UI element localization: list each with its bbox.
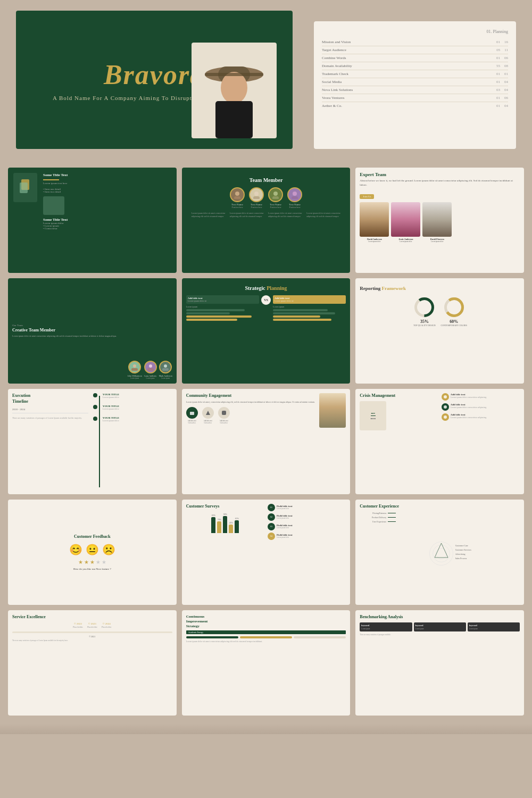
svg-rect-14: [292, 196, 298, 199]
slide-13[interactable]: Service Excellence © 2022 Placeholder © …: [8, 610, 177, 716]
toc-row: Nova Link Solutions 0304: [322, 86, 508, 94]
toc-row: Combine Words 0106: [322, 54, 508, 62]
star-3: ★: [90, 559, 95, 565]
hero-title: Bravora: [104, 59, 205, 90]
hero-section: Bravora A Bold Name For A Company Aiming…: [0, 0, 532, 160]
feedback-question: How do you like our New feature ?: [73, 568, 111, 570]
toc-row: Domain Availability 5508: [322, 62, 508, 70]
slide-3[interactable]: Expert Team Almost before we knew it, we…: [355, 168, 524, 273]
svg-point-17: [149, 364, 152, 368]
svg-point-28: [444, 405, 447, 409]
svg-marker-33: [435, 543, 448, 558]
s1-title: Some Title Text: [43, 173, 171, 177]
slides-grid: Some Title Text Lorem ipsum text here • …: [0, 160, 532, 724]
execution-timeline-title: Execution: [12, 393, 88, 398]
slide-2[interactable]: Team Member Text Name Position here Text…: [182, 168, 351, 273]
toc-row: Veora Ventures 0106: [322, 94, 508, 102]
slide-10[interactable]: Customer Feedback 😊 😐 ☹️ ★ ★ ★ ★ ★ How d…: [8, 500, 177, 605]
hero-photo: [192, 43, 277, 138]
slide-7[interactable]: Execution Timeline 2018 - 2024 There are…: [8, 389, 177, 494]
svg-rect-12: [272, 196, 279, 199]
svg-point-15: [133, 364, 136, 368]
toc-row: Aether & Co. 0104: [322, 102, 508, 110]
planning-label: 01. Planning: [322, 29, 508, 34]
stat1-value: 35%: [412, 319, 436, 324]
stat2-value: 60%: [440, 319, 467, 324]
strategic-planning-title: Strategic: [245, 285, 267, 291]
toc-row: Trademark Check 0101: [322, 70, 508, 78]
svg-rect-18: [147, 368, 154, 371]
customer-surveys-title: Customer Surveys: [186, 504, 264, 509]
svg-point-31: [433, 545, 450, 562]
community-engagement-title: Community Engagement: [186, 393, 317, 398]
svg-rect-10: [253, 196, 260, 199]
svg-point-7: [235, 192, 239, 196]
svg-point-29: [444, 415, 447, 419]
star-4: ★: [96, 559, 101, 565]
smiley-happy: 😊: [69, 543, 82, 556]
slide-8[interactable]: Community Engagement Lorem ipsum dolor s…: [182, 389, 351, 494]
benchmarking-analysis-title: Benchmarking Analysis: [360, 614, 520, 619]
crisis-management-title: Crisis Management: [360, 393, 438, 398]
customer-feedback-title: Customer Feedback: [74, 534, 111, 539]
star-5: ★: [102, 559, 106, 565]
slide-9[interactable]: Crisis Management nov ■ ■ ■ Add title te…: [355, 389, 524, 494]
slide-14[interactable]: Continuous Improvement Strategy Academic…: [182, 610, 351, 716]
toc-row: Target Audience 0511: [322, 46, 508, 54]
svg-rect-3: [215, 101, 253, 138]
svg-rect-4: [205, 73, 263, 76]
svg-point-27: [444, 395, 447, 398]
toc-row: Mission and Vision 0116: [322, 38, 508, 46]
customer-experience-title: Customer Experience: [360, 504, 424, 509]
svg-point-9: [254, 192, 259, 196]
expert-team-title: Expert Team: [360, 172, 520, 177]
svg-rect-16: [131, 368, 138, 371]
creative-team-title: Creative Team Member: [12, 328, 124, 333]
team-member-title: Team Member: [192, 177, 341, 183]
toc-list: Mission and Vision 0116 Target Audience …: [322, 38, 508, 110]
svg-point-13: [293, 192, 297, 196]
svg-rect-25: [190, 412, 194, 415]
toc-card: 01. Planning Mission and Vision 0116 Tar…: [314, 21, 516, 149]
reporting-framework-title: Reporting: [360, 286, 381, 291]
stat1-label: TOP QUALITY DESIGN: [412, 324, 436, 327]
service-excellence-title: Service Excellence: [12, 614, 172, 619]
continuous-improvement-title: Continuous: [186, 614, 346, 619]
svg-point-30: [429, 542, 453, 565]
svg-point-19: [164, 364, 167, 368]
svg-rect-8: [234, 196, 240, 199]
slide-12[interactable]: Customer Experience Pricing/Fairness Pro…: [355, 500, 524, 605]
svg-point-11: [273, 192, 278, 196]
toc-row: Social Media 0104: [322, 78, 508, 86]
bottom-fade: [0, 724, 532, 734]
slide-15[interactable]: Benchmarking Analysis keyword Lorem ipsu…: [355, 610, 524, 716]
smiley-neutral: 😐: [86, 543, 99, 556]
svg-rect-20: [162, 368, 169, 371]
slide-5[interactable]: Strategic Planning Add title text Lorem …: [182, 278, 351, 384]
smiley-sad: ☹️: [102, 543, 115, 556]
star-2: ★: [84, 559, 89, 565]
star-1: ★: [78, 559, 83, 565]
svg-rect-6: [20, 182, 28, 193]
slide-4[interactable]: Our Team Creative Team Member Lorem ipsu…: [8, 278, 177, 384]
slide-6[interactable]: Reporting Framework 35% TOP QUALITY DESI…: [355, 278, 524, 384]
svg-rect-26: [222, 411, 226, 415]
svg-point-2: [221, 72, 247, 104]
slide-11[interactable]: Customer Surveys 83% 70% 90%: [182, 500, 351, 605]
stat2-label: CONTEMPORARY COLORS: [440, 324, 467, 327]
slide-1[interactable]: Some Title Text Lorem ipsum text here • …: [8, 168, 177, 273]
